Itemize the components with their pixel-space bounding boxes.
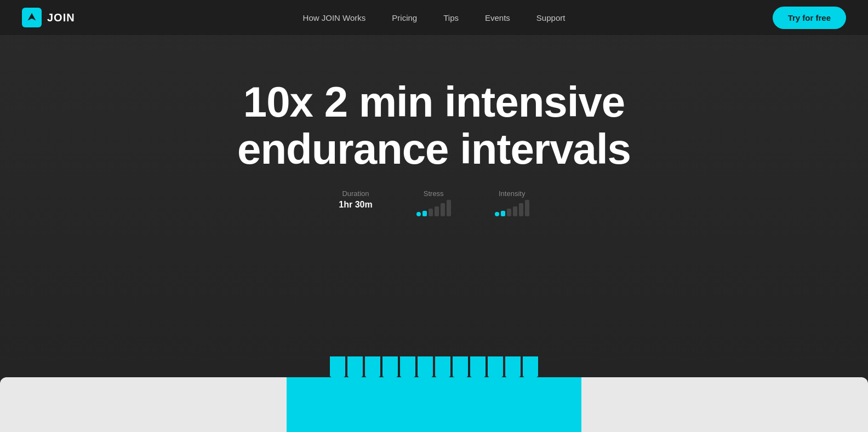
tooth-11 [505, 356, 521, 377]
stress-bar-4 [441, 203, 445, 216]
hero-title-line2: endurance intervals [237, 125, 631, 173]
stress-stat: Stress [416, 189, 451, 216]
nav-link-pricing[interactable]: Pricing [392, 13, 417, 22]
tooth-2 [347, 356, 363, 377]
try-for-free-button[interactable]: Try for free [773, 7, 846, 29]
logo-arrow-icon [26, 11, 38, 24]
stress-bar-3 [435, 206, 439, 216]
hero-title: 10x 2 min intensive endurance intervals [237, 79, 631, 173]
hero-title-line1: 10x 2 min intensive [243, 78, 625, 126]
intensity-dot [495, 212, 499, 216]
stress-bar-5 [447, 200, 451, 216]
intensity-bar-1 [501, 211, 505, 216]
tooth-10 [488, 356, 503, 377]
tooth-8 [453, 356, 468, 377]
tooth-4 [382, 356, 398, 377]
stress-bar-chart [416, 200, 451, 216]
workout-viz-right [581, 377, 868, 432]
duration-label: Duration [342, 189, 369, 198]
main-content: 10x 2 min intensive endurance intervals … [0, 0, 868, 432]
logo[interactable]: JOIN [22, 8, 75, 27]
logo-text: JOIN [47, 11, 75, 24]
navbar: JOIN How JOIN Works Pricing Tips Events … [0, 0, 868, 35]
tooth-9 [470, 356, 486, 377]
hero-section: 10x 2 min intensive endurance intervals … [237, 35, 631, 216]
workout-viz-center-bar [287, 377, 582, 432]
nav-link-tips[interactable]: Tips [443, 13, 459, 22]
intensity-bar-3 [513, 206, 517, 216]
stress-dot [416, 212, 421, 216]
nav-link-events[interactable]: Events [485, 13, 510, 22]
stress-bar-1 [422, 211, 427, 216]
workout-viz-teeth [329, 356, 539, 377]
workout-visualization [0, 344, 868, 432]
stress-bar-2 [429, 209, 433, 216]
intensity-bar-4 [519, 203, 523, 216]
tooth-5 [400, 356, 415, 377]
tooth-12 [523, 356, 538, 377]
intensity-label: Intensity [499, 189, 525, 198]
workout-viz-center [287, 356, 582, 432]
stress-label: Stress [424, 189, 444, 198]
workout-viz-left [0, 377, 287, 432]
nav-link-support[interactable]: Support [536, 13, 566, 22]
duration-stat: Duration 1hr 30m [339, 189, 372, 210]
tooth-1 [330, 356, 345, 377]
intensity-bar-5 [525, 200, 529, 216]
intensity-stat: Intensity [495, 189, 529, 216]
tooth-3 [365, 356, 380, 377]
tooth-6 [418, 356, 433, 377]
tooth-7 [435, 356, 450, 377]
nav-link-how-join-works[interactable]: How JOIN Works [303, 13, 366, 22]
duration-value: 1hr 30m [339, 200, 372, 210]
logo-icon [22, 8, 42, 27]
stats-row: Duration 1hr 30m Stress Intensity [339, 189, 529, 216]
nav-links: How JOIN Works Pricing Tips Events Suppo… [303, 13, 566, 22]
intensity-bar-2 [507, 209, 511, 216]
intensity-bar-chart [495, 200, 529, 216]
